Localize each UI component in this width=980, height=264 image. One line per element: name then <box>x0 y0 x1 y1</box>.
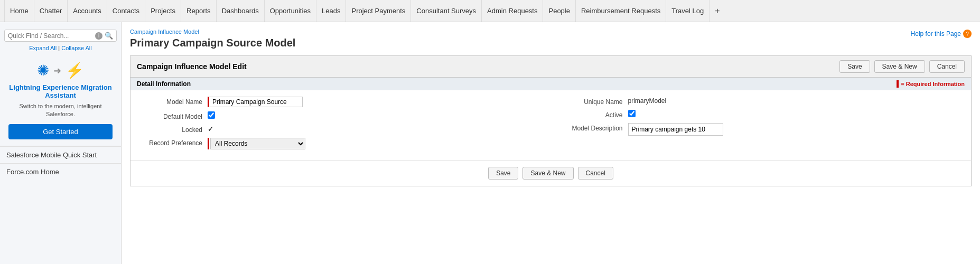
active-row: Active <box>559 110 963 119</box>
nav-contacts[interactable]: Contacts <box>107 0 145 22</box>
top-save-new-button[interactable]: Save & New <box>874 60 925 73</box>
required-text: = Required Information <box>901 81 965 87</box>
nav-reports[interactable]: Reports <box>181 0 217 22</box>
unique-name-text: primaryModel <box>628 96 667 105</box>
title-block: Campaign Influence Model Primary Campaig… <box>130 29 295 55</box>
sidebar: i 🔍 Expand All | Collapse All ✺ ➜ ⚡ Ligh… <box>0 22 122 264</box>
page-header: Campaign Influence Model Primary Campaig… <box>130 29 972 55</box>
active-checkbox[interactable] <box>628 110 636 117</box>
active-label: Active <box>559 110 628 119</box>
nav-leads[interactable]: Leads <box>316 0 346 22</box>
required-bar-icon <box>897 80 899 88</box>
nav-reimbursement-requests[interactable]: Reimbursement Requests <box>576 0 666 22</box>
content-area: Campaign Influence Model Primary Campaig… <box>122 22 980 264</box>
top-save-button[interactable]: Save <box>839 60 870 73</box>
migration-box: ✺ ➜ ⚡ Lightning Experience Migration Ass… <box>0 55 121 146</box>
bottom-cancel-button[interactable]: Cancel <box>578 167 613 180</box>
model-name-value <box>208 97 543 107</box>
page-title: Primary Campaign Source Model <box>130 37 295 49</box>
record-preference-row: Record Preference All Records First Touc… <box>139 138 543 149</box>
locked-label: Locked <box>139 125 208 134</box>
nav-travel-log[interactable]: Travel Log <box>666 0 710 22</box>
sidebar-forcecom-home[interactable]: Force.com Home <box>0 163 121 180</box>
nav-add-button[interactable]: + <box>710 0 725 22</box>
bottom-save-new-button[interactable]: Save & New <box>522 167 573 180</box>
search-input[interactable] <box>8 32 95 40</box>
section-title: Detail Information <box>137 80 191 88</box>
form-header-title: Campaign Influence Model Edit <box>137 62 835 71</box>
edit-form: Campaign Influence Model Edit Save Save … <box>130 55 972 186</box>
form-header: Campaign Influence Model Edit Save Save … <box>130 56 971 78</box>
model-name-row: Model Name <box>139 97 543 107</box>
model-description-input[interactable] <box>628 123 723 136</box>
locked-checkmark: ✓ <box>208 125 214 133</box>
nav-dashboards[interactable]: Dashboards <box>217 0 265 22</box>
bottom-save-button[interactable]: Save <box>488 167 518 180</box>
form-body: Model Name Default Model Locked <box>130 90 971 160</box>
help-link[interactable]: Help for this Page ? <box>911 30 972 38</box>
arrow-icon: ➜ <box>53 65 61 77</box>
nav-projects[interactable]: Projects <box>145 0 181 22</box>
model-name-label: Model Name <box>139 97 208 106</box>
nav-project-payments[interactable]: Project Payments <box>346 0 411 22</box>
search-icons: i 🔍 <box>95 32 113 40</box>
nav-opportunities[interactable]: Opportunities <box>265 0 316 22</box>
select-required-bar <box>208 138 209 149</box>
form-bottom-buttons: Save Save & New Cancel <box>130 160 971 186</box>
record-preference-value: All Records First Touch Last Touch <box>208 138 543 149</box>
top-cancel-button[interactable]: Cancel <box>929 60 965 73</box>
record-preference-label: Record Preference <box>139 138 208 147</box>
unique-name-value: primaryModel <box>628 97 963 105</box>
migration-title: Lightning Experience Migration Assistant <box>8 83 113 99</box>
help-icon: ? <box>963 30 972 38</box>
nav-admin-requests[interactable]: Admin Requests <box>482 0 543 22</box>
search-button[interactable]: 🔍 <box>105 32 113 40</box>
record-preference-select[interactable]: All Records First Touch Last Touch <box>210 138 305 149</box>
get-started-button[interactable]: Get Started <box>8 124 113 139</box>
unique-name-label: Unique Name <box>559 97 628 106</box>
collapse-all-link[interactable]: Collapse All <box>61 45 91 51</box>
unique-name-row: Unique Name primaryModel <box>559 97 963 106</box>
nav-consultant-surveys[interactable]: Consultant Surveys <box>411 0 482 22</box>
form-left-column: Model Name Default Model Locked <box>130 97 551 154</box>
active-value <box>628 110 963 119</box>
form-section-header: Detail Information = Required Informatio… <box>130 78 971 90</box>
nav-chatter[interactable]: Chatter <box>34 0 68 22</box>
expand-all-link[interactable]: Expand All <box>29 45 57 51</box>
default-model-row: Default Model <box>139 111 543 120</box>
migration-desc: Switch to the modern, intelligent Salesf… <box>8 102 113 119</box>
default-model-value <box>208 111 543 120</box>
expand-collapse-controls: Expand All | Collapse All <box>0 45 121 51</box>
lightning-icon: ⚡ <box>66 62 84 79</box>
default-model-checkbox[interactable] <box>208 111 215 119</box>
default-model-label: Default Model <box>139 111 208 120</box>
model-name-input[interactable] <box>208 97 303 107</box>
locked-value: ✓ <box>208 125 543 133</box>
breadcrumb: Campaign Influence Model <box>130 29 295 35</box>
form-right-column: Unique Name primaryModel Active Model De… <box>551 97 972 154</box>
model-description-label: Model Description <box>559 123 628 132</box>
help-label: Help for this Page <box>911 30 961 37</box>
nav-people[interactable]: People <box>543 0 575 22</box>
sidebar-search-container: i 🔍 <box>4 30 117 42</box>
required-note: = Required Information <box>897 80 965 88</box>
migration-icons: ✺ ➜ ⚡ <box>8 62 113 79</box>
model-description-value <box>628 123 963 136</box>
top-navigation: Home Chatter Accounts Contacts Projects … <box>0 0 980 22</box>
locked-row: Locked ✓ <box>139 125 543 134</box>
model-description-row: Model Description <box>559 123 963 136</box>
info-icon[interactable]: i <box>95 32 102 40</box>
main-layout: i 🔍 Expand All | Collapse All ✺ ➜ ⚡ Ligh… <box>0 22 980 264</box>
flower-icon: ✺ <box>37 62 49 79</box>
nav-home[interactable]: Home <box>4 0 34 22</box>
nav-accounts[interactable]: Accounts <box>68 0 107 22</box>
sidebar-mobile-quick-start[interactable]: Salesforce Mobile Quick Start <box>0 146 121 163</box>
